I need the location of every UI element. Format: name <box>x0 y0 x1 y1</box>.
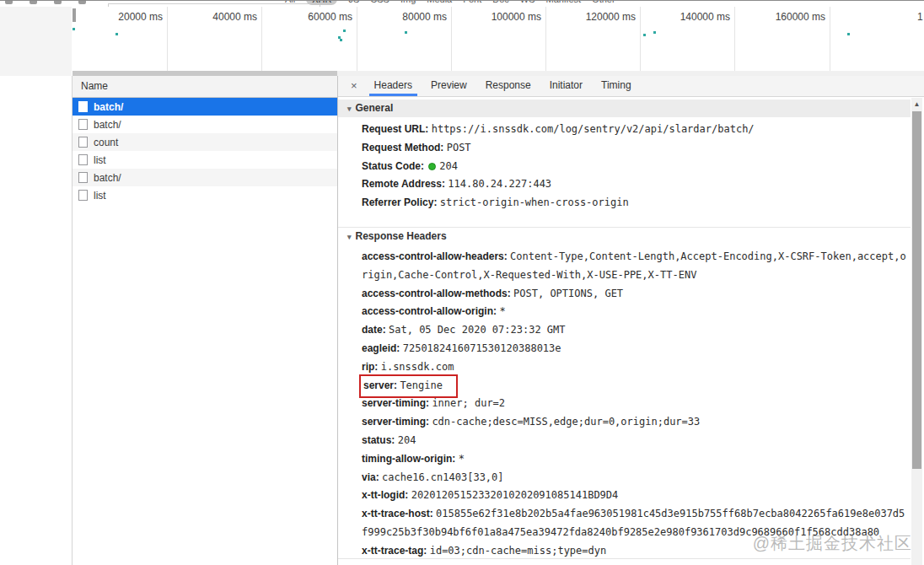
header-row: Status Code: 204 <box>362 158 907 176</box>
header-row: Referrer Policy: strict-origin-when-cros… <box>362 194 907 213</box>
left-gutter <box>0 7 72 76</box>
request-row-list[interactable]: list <box>73 151 337 169</box>
header-key: Referrer Policy: <box>362 196 437 208</box>
header-value: 7250182416071530120388013e <box>403 342 561 354</box>
timeline-gridline <box>261 7 262 75</box>
request-row-batch[interactable]: batch/ <box>73 116 337 133</box>
header-value: i.snssdk.com <box>381 361 454 373</box>
header-row: access-control-allow-methods: POST, OPTI… <box>362 285 907 304</box>
header-row: access-control-allow-origin: * <box>362 303 907 321</box>
tab-headers[interactable]: Headers <box>369 76 417 96</box>
network-toolbar: AllXHRJSCSSImgMediaFontDocWSManifestOthe… <box>0 0 924 7</box>
request-dot <box>340 39 342 41</box>
request-detail-panel: × HeadersPreviewResponseInitiatorTiming … <box>337 76 924 565</box>
tab-initiator[interactable]: Initiator <box>545 76 588 96</box>
section-title-label: General <box>356 102 394 114</box>
disclosure-triangle-icon: ▾ <box>347 105 352 113</box>
section-header-response-headers[interactable]: ▾Response Headers <box>338 227 911 245</box>
timeline-tick-label: 20000 ms <box>118 11 167 23</box>
filter-icon[interactable] <box>54 0 62 4</box>
header-value: POST, OPTIONS, GET <box>513 288 623 299</box>
filter-option-xhr[interactable]: XHR <box>306 0 337 5</box>
timeline-gridline <box>734 7 735 75</box>
request-name-label: batch/ <box>94 119 121 131</box>
clear-icon[interactable] <box>30 0 37 4</box>
timeline-tick-label: 140000 ms <box>680 11 734 23</box>
header-value: https://i.snssdk.com/log/sentry/v2/api/s… <box>432 123 755 135</box>
header-key: server: <box>363 379 397 391</box>
header-key: rip: <box>362 361 378 373</box>
timeline-tick-label: 160000 ms <box>776 11 830 23</box>
request-row-count[interactable]: count <box>73 133 337 151</box>
header-row: via: cache16.cn1403[33,0] <box>362 469 907 487</box>
request-row-batch[interactable]: batch/ <box>73 98 337 116</box>
request-row-batch[interactable]: batch/ <box>73 169 337 186</box>
header-value: 20201205152332010202091085141BD9D4 <box>411 489 619 501</box>
close-icon[interactable]: × <box>338 76 365 96</box>
requests-list: batch/batch/countlistbatch/list <box>73 98 337 204</box>
filter-option-js[interactable]: JS <box>348 0 359 4</box>
request-dot <box>343 30 346 32</box>
timeline-tick-label: 60000 ms <box>308 11 357 23</box>
headers-content: ▾GeneralRequest URL: https://i.snssdk.co… <box>338 98 911 565</box>
request-dot <box>116 33 118 35</box>
filter-option-all[interactable]: All <box>285 0 295 4</box>
header-row: server-timing: inner; dur=2 <box>362 395 907 413</box>
record-icon[interactable] <box>5 0 13 4</box>
header-row: Remote Address: 114.80.24.227:443 <box>362 175 907 194</box>
tab-response[interactable]: Response <box>481 76 536 96</box>
timeline-tick-label: 80000 ms <box>402 11 451 23</box>
header-key: x-tt-trace-tag: <box>362 545 427 557</box>
header-key: access-control-allow-headers: <box>362 250 508 262</box>
timeline-tick-label: 40000 ms <box>212 11 261 23</box>
header-value: inner; dur=2 <box>432 397 505 409</box>
filter-option-img[interactable]: Img <box>400 0 416 4</box>
filter-option-ws[interactable]: WS <box>520 0 535 4</box>
document-icon <box>78 172 88 183</box>
document-icon <box>78 190 88 201</box>
section-header-general[interactable]: ▾General <box>338 100 911 117</box>
toolbar-icon-fragments <box>5 0 86 4</box>
name-column-header[interactable]: Name <box>73 76 337 98</box>
header-key: server-timing: <box>362 416 429 428</box>
search-icon[interactable] <box>78 0 86 4</box>
header-row: access-control-allow-headers: Content-Ty… <box>362 248 907 285</box>
header-row: server: Tengine <box>362 377 907 396</box>
header-value: 114.80.24.227:443 <box>448 178 551 190</box>
header-value: Sat, 05 Dec 2020 07:23:32 GMT <box>389 324 566 336</box>
header-key: access-control-allow-origin: <box>362 305 497 317</box>
filter-option-manifest[interactable]: Manifest <box>546 0 582 4</box>
header-row: Request URL: https://i.snssdk.com/log/se… <box>362 121 907 139</box>
request-dot <box>73 28 75 30</box>
section-title-label: Response Headers <box>356 230 447 242</box>
header-row: date: Sat, 05 Dec 2020 07:23:32 GMT <box>362 321 907 340</box>
disclosure-triangle-icon: ▾ <box>347 233 352 241</box>
request-type-filters: AllXHRJSCSSImgMediaFontDocWSManifestOthe… <box>285 0 615 5</box>
request-dot <box>847 33 850 35</box>
network-overview-timeline[interactable]: 20000 ms40000 ms60000 ms80000 ms100000 m… <box>73 7 924 76</box>
header-key: date: <box>362 324 386 336</box>
tab-preview[interactable]: Preview <box>426 76 472 96</box>
filter-option-css[interactable]: CSS <box>370 0 389 4</box>
tab-timing[interactable]: Timing <box>596 76 637 96</box>
filter-option-other[interactable]: Other <box>592 0 615 4</box>
timeline-tick-label: 100000 ms <box>492 11 545 23</box>
timeline-gridline <box>640 7 641 75</box>
header-value: Tengine <box>400 379 443 391</box>
filter-option-doc[interactable]: Doc <box>492 0 509 4</box>
section-rows: Request URL: https://i.snssdk.com/log/se… <box>338 117 911 219</box>
header-value: 015855e62f31e8b202b5a4fae963051981c45d3e… <box>362 508 905 538</box>
vertical-scrollbar[interactable]: ▲ <box>911 98 922 565</box>
request-row-list[interactable]: list <box>73 186 337 204</box>
header-row: eagleid: 7250182416071530120388013e <box>362 340 907 358</box>
scroll-up-arrow[interactable]: ▲ <box>911 98 922 110</box>
header-value: * <box>499 305 505 317</box>
request-name-label: count <box>94 137 118 148</box>
header-key: Request URL: <box>362 123 428 135</box>
header-key: x-tt-trace-host: <box>362 508 433 519</box>
header-key: Remote Address: <box>362 178 445 190</box>
filter-option-media[interactable]: Media <box>427 0 452 4</box>
filter-option-font[interactable]: Font <box>463 0 481 4</box>
scrollbar-thumb[interactable] <box>912 111 921 469</box>
header-row: x-tt-trace-host: 015855e62f31e8b202b5a4f… <box>362 505 907 542</box>
